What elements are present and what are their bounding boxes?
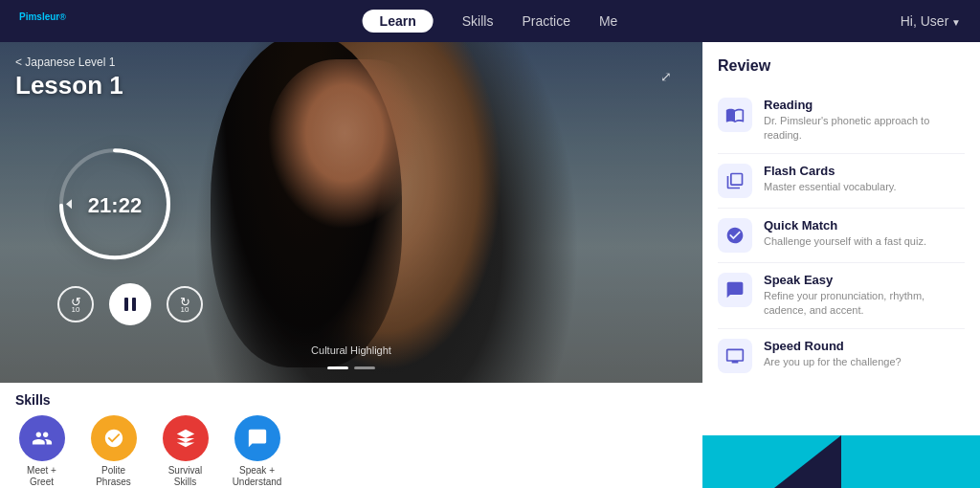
quickmatch-icon	[718, 218, 752, 253]
rewind-button[interactable]: ↺ 10	[57, 286, 94, 322]
progress-ring: 21:22	[53, 142, 177, 270]
timer-display: 21:22	[88, 193, 142, 218]
review-text-speakeasy: Speak Easy Refine your pronunciation, rh…	[764, 273, 965, 319]
logo: Pimsleur®	[19, 11, 66, 32]
svg-rect-3	[124, 298, 128, 311]
skill-meet-greet[interactable]: Meet + Greet	[15, 415, 68, 488]
speedround-title: Speed Round	[764, 339, 902, 353]
nav-menu: Learn Skills Practice Me	[363, 10, 618, 33]
skill-label-speak: Speak + Understand	[231, 465, 283, 488]
review-item-reading[interactable]: Reading Dr. Pimsleur's phonetic approach…	[718, 88, 965, 154]
quickmatch-desc: Challenge yourself with a fast quiz.	[764, 234, 926, 249]
video-area: Japanese Level 1 Lesson 1 ⤢ 21:22	[0, 42, 702, 383]
review-text-reading: Reading Dr. Pimsleur's phonetic approach…	[764, 98, 965, 144]
expand-icon[interactable]: ⤢	[660, 69, 672, 84]
back-button[interactable]: Japanese Level 1	[15, 55, 687, 69]
review-item-quickmatch[interactable]: Quick Match Challenge yourself with a fa…	[718, 209, 965, 263]
main-content: Japanese Level 1 Lesson 1 ⤢ 21:22	[0, 42, 980, 488]
playback-controls: ↺ 10 ↻ 10	[57, 283, 203, 325]
skills-title: Skills	[15, 392, 687, 408]
speakeasy-desc: Refine your pronunciation, rhythm, caden…	[764, 289, 965, 319]
progress-dots	[0, 366, 702, 369]
right-panel: Review Reading Dr. Pimsleur's phonetic a…	[702, 42, 980, 488]
skill-label-survival: Survival Skills	[159, 465, 212, 488]
skill-icon-speak	[234, 415, 280, 461]
reading-desc: Dr. Pimsleur's phonetic approach to read…	[764, 114, 965, 144]
skill-icon-survival	[163, 415, 209, 461]
skill-icon-meet	[19, 415, 65, 461]
skills-grid: Meet + Greet Polite Phrases	[15, 415, 687, 488]
speedround-desc: Are you up for the challenge?	[764, 355, 902, 369]
left-panel: Japanese Level 1 Lesson 1 ⤢ 21:22	[0, 42, 702, 488]
review-title: Review	[718, 57, 965, 75]
skill-speak[interactable]: Speak + Understand	[231, 415, 283, 488]
navbar: Pimsleur® Learn Skills Practice Me Hi, U…	[0, 0, 980, 42]
nav-me[interactable]: Me	[599, 13, 617, 29]
review-item-speedround[interactable]: Speed Round Are you up for the challenge…	[718, 329, 965, 383]
cyan-accent	[702, 435, 980, 488]
lesson-title: Lesson 1	[15, 71, 687, 100]
reading-icon	[718, 98, 752, 132]
nav-learn[interactable]: Learn	[363, 10, 434, 33]
flashcards-title: Flash Cards	[764, 164, 897, 178]
dark-triangle-accent	[774, 435, 841, 488]
skill-label-polite: Polite Phrases	[87, 465, 140, 488]
review-item-speakeasy[interactable]: Speak Easy Refine your pronunciation, rh…	[718, 263, 965, 329]
review-text-flashcards: Flash Cards Master essential vocabulary.	[764, 164, 897, 194]
skill-label-meet: Meet + Greet	[15, 465, 68, 488]
skill-icon-polite	[91, 415, 137, 461]
lesson-icons: ⤢	[660, 69, 672, 84]
forward-button[interactable]: ↻ 10	[167, 286, 203, 322]
speakeasy-icon	[718, 273, 752, 307]
nav-skills[interactable]: Skills	[462, 13, 494, 29]
skills-section: Skills Meet + Greet	[0, 383, 702, 488]
pause-button[interactable]	[109, 283, 151, 325]
review-text-quickmatch: Quick Match Challenge yourself with a fa…	[764, 218, 926, 249]
speedround-icon	[718, 339, 752, 373]
nav-practice[interactable]: Practice	[522, 13, 570, 29]
quickmatch-title: Quick Match	[764, 218, 926, 233]
review-item-flashcards[interactable]: Flash Cards Master essential vocabulary.	[718, 154, 965, 209]
reading-title: Reading	[764, 98, 965, 112]
dot-2	[354, 366, 375, 369]
skill-polite[interactable]: Polite Phrases	[87, 415, 140, 488]
lesson-header: Japanese Level 1 Lesson 1 ⤢	[15, 55, 687, 100]
svg-rect-4	[132, 298, 136, 311]
flashcards-icon	[718, 164, 752, 198]
speakeasy-title: Speak Easy	[764, 273, 965, 287]
user-greeting[interactable]: Hi, User	[901, 13, 961, 29]
review-text-speedround: Speed Round Are you up for the challenge…	[764, 339, 902, 369]
dot-1	[327, 366, 348, 369]
svg-marker-2	[66, 199, 72, 209]
flashcards-desc: Master essential vocabulary.	[764, 180, 897, 194]
cultural-label: Cultural Highlight	[0, 344, 702, 356]
skill-survival[interactable]: Survival Skills	[159, 415, 212, 488]
